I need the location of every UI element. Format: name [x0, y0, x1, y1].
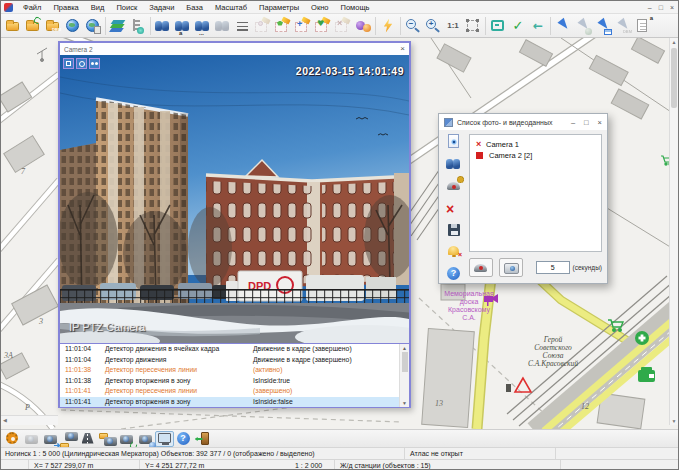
camera-web-button[interactable]: [136, 431, 155, 447]
map-vertical-scrollbar[interactable]: ▲ ▼: [669, 38, 678, 425]
event-row[interactable]: 11:01:04 Детектор движения Движение в ка…: [60, 355, 409, 366]
select-from-dbm-button[interactable]: DBM: [613, 16, 633, 36]
pharmacy-plus-marker-icon[interactable]: [635, 331, 649, 345]
menu-scale[interactable]: Масштаб: [209, 1, 253, 14]
dialog-titlebar[interactable]: Список фото- и видеоданных – □ ×: [439, 114, 607, 130]
event-row[interactable]: 11:01:38 Детектор пересечения линии (акт…: [60, 365, 409, 376]
camera-close-button[interactable]: ×: [400, 44, 405, 54]
road-monitor-button[interactable]: [79, 431, 98, 447]
event-row[interactable]: 11:01:38 Детектор вторжения в зону IsIns…: [60, 376, 409, 387]
layers-button[interactable]: [108, 16, 128, 36]
highlight-add-button[interactable]: +: [293, 16, 313, 36]
object-card-button[interactable]: a: [633, 16, 653, 36]
dialog-help-button[interactable]: [446, 266, 462, 282]
menu-file[interactable]: Файл: [17, 1, 47, 14]
pan-window-button[interactable]: [488, 16, 508, 36]
minimize-button[interactable]: –: [648, 1, 652, 14]
dbm-folder-button[interactable]: DBM: [43, 16, 63, 36]
open-globe-button[interactable]: [63, 16, 83, 36]
menu-tasks[interactable]: Задачи: [143, 1, 180, 14]
continue-search-button[interactable]: [213, 16, 233, 36]
camera-list-item[interactable]: Camera 2 [2]: [470, 150, 601, 161]
search-by-name-button[interactable]: a: [173, 16, 193, 36]
highlight-polygon-button[interactable]: [273, 16, 293, 36]
scrollbar-thumb[interactable]: [671, 48, 677, 108]
seconds-input[interactable]: 5: [536, 261, 570, 274]
scroll-left-icon[interactable]: ◀: [3, 417, 7, 423]
ptz-rotate-icon[interactable]: [76, 58, 87, 69]
camera-archive-button[interactable]: [60, 431, 79, 447]
map-horizontal-scrollbar[interactable]: ◀: [1, 415, 58, 425]
close-button[interactable]: ×: [670, 1, 674, 14]
save-button[interactable]: [446, 222, 462, 238]
zoom-frame-button[interactable]: [463, 16, 483, 36]
photo-camera-button[interactable]: [499, 258, 523, 277]
quick-launch-button[interactable]: [378, 16, 398, 36]
select-on-map-button[interactable]: [573, 16, 593, 36]
camera-pan-button[interactable]: [41, 431, 60, 447]
zoom-in-button[interactable]: [423, 16, 443, 36]
highlight-point-button[interactable]: [253, 16, 273, 36]
apply-button[interactable]: ✓: [508, 16, 528, 36]
menu-view[interactable]: Вид: [85, 1, 111, 14]
camera-list[interactable]: × Camera 1 Camera 2 [2]: [469, 134, 602, 252]
camera-window-titlebar[interactable]: Camera 2 ×: [60, 43, 409, 55]
menu-parameters[interactable]: Параметры: [253, 1, 305, 14]
object-list-button[interactable]: [233, 16, 253, 36]
select-object-button[interactable]: [553, 16, 573, 36]
scroll-up-icon[interactable]: ▲: [400, 345, 409, 351]
video-monitor-button[interactable]: [155, 431, 174, 447]
menu-help[interactable]: Помощь: [335, 1, 376, 14]
dialog-minimize-button[interactable]: –: [571, 118, 575, 127]
status-empty-cell: [562, 460, 679, 470]
camera-list-item[interactable]: × Camera 1: [470, 139, 601, 150]
road-icon: [82, 433, 94, 444]
camera-video-view[interactable]: DPD 2022-03-15 1: [60, 55, 409, 343]
view-data-button[interactable]: [446, 134, 462, 150]
layers-legend-button[interactable]: [128, 16, 148, 36]
view-3d-button[interactable]: [353, 16, 373, 36]
undo-button[interactable]: ←: [528, 16, 548, 36]
binoculars-icon: [175, 21, 190, 31]
scroll-up-icon[interactable]: ▲: [670, 39, 678, 45]
scrollbar-thumb[interactable]: [402, 352, 408, 372]
import-folder-button[interactable]: [23, 16, 43, 36]
settings-button[interactable]: [3, 431, 22, 447]
camera-refresh-button[interactable]: [117, 431, 136, 447]
dialog-restore-button[interactable]: □: [584, 118, 589, 127]
camera-settings-button[interactable]: [446, 178, 462, 194]
scroll-down-icon[interactable]: ▼: [670, 418, 678, 424]
event-row-selected[interactable]: 11:01:41 Детектор вторжения в зону IsIns…: [60, 397, 409, 408]
video-camera-button[interactable]: [469, 258, 493, 277]
help-button[interactable]: [174, 431, 193, 447]
select-from-table-button[interactable]: [593, 16, 613, 36]
exit-button[interactable]: [193, 431, 212, 447]
dialog-close-button[interactable]: ×: [598, 118, 602, 127]
search-by-condition-button[interactable]: ...: [193, 16, 213, 36]
search-button[interactable]: [153, 16, 173, 36]
globe-paste-button[interactable]: [83, 16, 103, 36]
find-camera-button[interactable]: [446, 156, 462, 172]
view-scale[interactable]: 1 : 2 000: [291, 460, 335, 470]
zoom-1to1-button[interactable]: 1:1: [443, 16, 463, 36]
fullscreen-icon[interactable]: [63, 58, 74, 69]
delete-button[interactable]: ×: [446, 200, 462, 216]
event-row[interactable]: 11:01:04 Детектор движения в ячейках кад…: [60, 344, 409, 355]
watch-binoculars-icon[interactable]: [89, 58, 100, 69]
event-row[interactable]: 11:01:41 Детектор пересечения линии (зав…: [60, 386, 409, 397]
restore-button[interactable]: □: [659, 1, 663, 14]
floppy-icon: [448, 224, 460, 236]
alarm-off-button[interactable]: [446, 244, 462, 260]
event-log-scrollbar[interactable]: ▲ ▼: [399, 344, 409, 407]
menu-window[interactable]: Окно: [305, 1, 334, 14]
scroll-down-icon[interactable]: ▼: [400, 400, 409, 406]
highlight-cancel-button[interactable]: ×: [333, 16, 353, 36]
menu-search[interactable]: Поиск: [110, 1, 143, 14]
open-folder-button[interactable]: [3, 16, 23, 36]
highlight-area-button[interactable]: ♥: [313, 16, 333, 36]
menu-database[interactable]: База: [180, 1, 209, 14]
zoom-out-button[interactable]: [403, 16, 423, 36]
snapshot-disabled-button[interactable]: [22, 431, 41, 447]
camera-import-button[interactable]: [98, 431, 117, 447]
menu-edit[interactable]: Правка: [47, 1, 84, 14]
